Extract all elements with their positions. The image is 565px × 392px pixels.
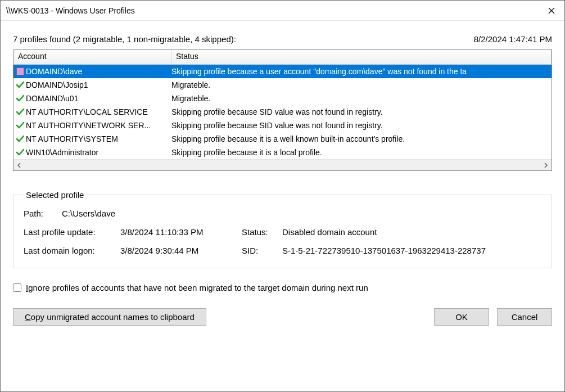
checkmark-icon [16,80,25,89]
table-row[interactable]: DOMAIND\daveSkipping profile because a u… [13,65,552,78]
profile-icon [16,67,25,76]
row-status: Skipping profile because a user account … [171,67,552,76]
close-icon [548,7,555,14]
table-row[interactable]: NT AUTHORITY\LOCAL SERVICESkipping profi… [13,105,552,119]
last-update-label: Last profile update: [24,227,114,237]
table-row[interactable]: NT AUTHORITY\NETWORK SER...Skipping prof… [13,119,552,132]
summary-text: 7 profiles found (2 migratable, 1 non-mi… [13,34,236,44]
row-account: NT AUTHORITY\SYSTEM [25,134,171,143]
checkmark-icon [16,148,25,157]
scroll-right-arrow-icon[interactable] [540,160,552,171]
path-value: C:\Users\dave [62,209,115,218]
status-value: Disabled domain account [282,227,377,237]
row-status: Migrateble. [171,80,552,89]
ignore-label[interactable]: Ignore profiles of accounts that have no… [26,283,368,292]
row-status: Skipping profile because it is a local p… [171,148,552,157]
sid-label: SID: [242,246,275,255]
checkmark-icon [16,134,25,143]
scroll-left-arrow-icon[interactable] [13,160,25,171]
table-row[interactable]: WIN10\AdministratorSkipping profile beca… [13,146,552,159]
path-label: Path: [24,209,55,218]
sid-value: S-1-5-21-722739510-137501637-1963229413-… [282,246,486,255]
row-account: WIN10\Administrator [25,148,171,157]
checkmark-icon [16,121,25,130]
window-title: \\WKS-0013 - Windows User Profiles [6,6,539,15]
last-logon-value: 3/8/2024 9:30:44 PM [120,246,238,255]
checkmark-icon [16,107,25,116]
last-update-value: 3/8/2024 11:10:33 PM [120,227,238,237]
table-row[interactable]: NT AUTHORITY\SYSTEMSkipping profile beca… [13,132,552,146]
col-header-account[interactable]: Account [13,50,171,64]
row-status: Migrateble. [171,94,552,103]
row-account: NT AUTHORITY\NETWORK SER... [25,121,171,130]
row-account: DOMAIND\dave [25,67,171,76]
table-row[interactable]: DOMAIND\u01Migrateble. [13,92,552,105]
copy-button[interactable]: Copy unmigrated account names to clipboa… [13,308,206,326]
row-status: Skipping profile because SID value was n… [171,107,552,116]
table-row[interactable]: DOMAIND\Josip1Migrateble. [13,78,552,92]
row-account: DOMAIND\u01 [25,94,171,103]
list-header: Account Status [13,50,552,65]
row-account: NT AUTHORITY\LOCAL SERVICE [25,107,171,116]
row-account: DOMAIND\Josip1 [25,80,171,89]
ok-button[interactable]: OK [434,308,489,326]
selected-profile-group: Selected profile Path: C:\Users\dave Las… [13,190,552,268]
row-status: Skipping profile because it is a well kn… [171,134,552,143]
ignore-checkbox[interactable] [13,283,21,292]
summary-row: 7 profiles found (2 migratable, 1 non-mi… [13,34,552,44]
scrollbar-horizontal[interactable] [13,159,552,170]
row-status: Skipping profile because SID value was n… [171,121,552,130]
cancel-button[interactable]: Cancel [497,308,552,326]
checkmark-icon [16,94,25,103]
col-header-status[interactable]: Status [171,50,552,64]
last-logon-label: Last domain logon: [24,246,114,255]
status-label: Status: [242,227,275,237]
selected-profile-legend: Selected profile [24,190,86,200]
close-button[interactable] [539,1,564,21]
profiles-list: Account Status DOMAIND\daveSkipping prof… [13,49,552,171]
titlebar: \\WKS-0013 - Windows User Profiles [1,1,564,21]
summary-timestamp: 8/2/2024 1:47:41 PM [474,34,552,44]
